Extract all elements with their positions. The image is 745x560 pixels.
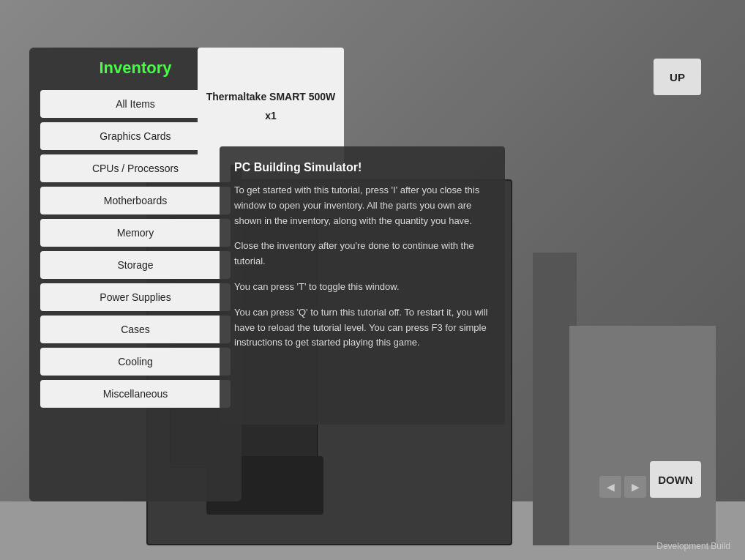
- tutorial-para-2: You can press 'T' to toggle this window.: [234, 280, 490, 295]
- category-btn-cases[interactable]: Cases: [40, 316, 231, 343]
- category-btn-cooling[interactable]: Cooling: [40, 348, 231, 376]
- scroll-right-icon[interactable]: ▶: [624, 476, 646, 498]
- category-btn-storage[interactable]: Storage: [40, 251, 231, 279]
- category-btn-motherboards[interactable]: Motherboards: [40, 187, 231, 214]
- tutorial-para-1: Close the inventory after you're done to…: [234, 239, 490, 269]
- tutorial-overlay: PC Building Simulator! To get started wi…: [220, 146, 505, 425]
- scroll-left-icon[interactable]: ◀: [599, 476, 621, 498]
- category-btn-miscellaneous[interactable]: Miscellaneous: [40, 380, 231, 408]
- up-button[interactable]: UP: [654, 59, 701, 95]
- item-card-quantity: x1: [265, 109, 277, 122]
- category-btn-memory[interactable]: Memory: [40, 219, 231, 247]
- dev-build-label: Development Build: [656, 541, 730, 551]
- scroll-icons: ◀ ▶: [599, 476, 646, 498]
- tutorial-title: PC Building Simulator!: [234, 161, 490, 174]
- item-card-name: Thermaltake SMART 500W: [206, 90, 336, 103]
- tutorial-para-0: To get started with this tutorial, press…: [234, 183, 490, 228]
- bg-desk: [569, 326, 716, 545]
- category-btn-power-supplies[interactable]: Power Supplies: [40, 283, 231, 311]
- down-button[interactable]: DOWN: [650, 461, 701, 498]
- tutorial-para-3: You can press 'Q' to turn this tutorial …: [234, 305, 490, 351]
